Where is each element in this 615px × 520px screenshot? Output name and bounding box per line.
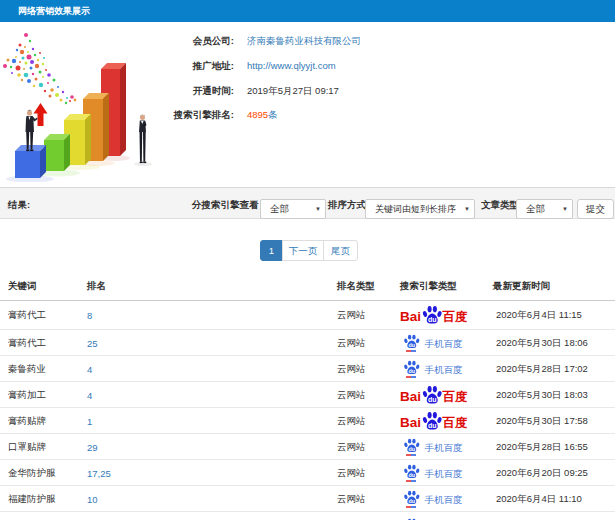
svg-text:Bai: Bai (400, 389, 421, 404)
svg-text:du: du (408, 341, 415, 347)
svg-text:du: du (428, 315, 437, 324)
svg-text:手机百度: 手机百度 (425, 364, 463, 375)
svg-text:du: du (408, 445, 415, 451)
svg-text:百度: 百度 (442, 310, 469, 324)
svg-text:du: du (408, 497, 415, 503)
svg-text:手机百度: 手机百度 (425, 468, 463, 479)
svg-text:手机百度: 手机百度 (425, 442, 463, 453)
svg-text:du: du (428, 420, 437, 429)
svg-text:Bai: Bai (400, 309, 421, 324)
svg-text:du: du (408, 367, 415, 373)
svg-text:du: du (428, 394, 437, 403)
svg-text:Bai: Bai (400, 415, 421, 430)
svg-text:百度: 百度 (442, 416, 469, 430)
svg-text:百度: 百度 (442, 390, 469, 404)
svg-text:du: du (408, 471, 415, 477)
svg-text:手机百度: 手机百度 (425, 494, 463, 505)
svg-text:手机百度: 手机百度 (425, 338, 463, 349)
